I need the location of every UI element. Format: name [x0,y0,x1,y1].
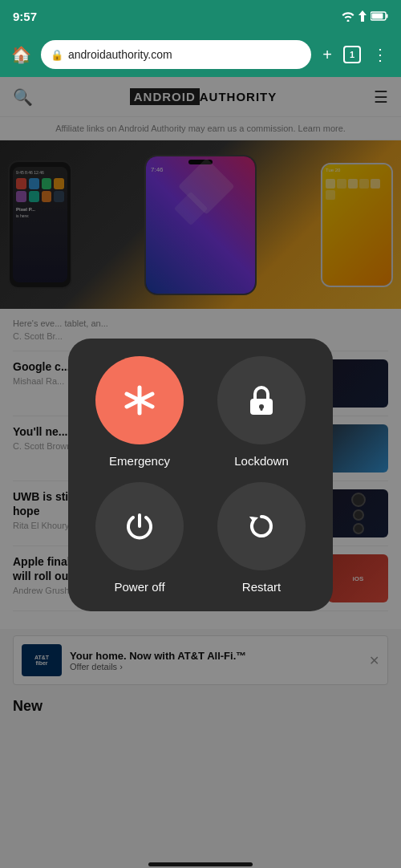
power-menu: Emergency Lockdown [68,339,333,611]
status-bar: 9:57 [0,0,401,32]
browser-bar: 🏠 🔒 androidauthority.com + 1 ⋮ [0,32,401,77]
power-item-poweroff[interactable]: Power off [86,482,193,594]
poweroff-button[interactable] [95,482,184,570]
restart-label: Restart [242,580,281,594]
arrow-up-icon [358,10,367,22]
security-icon: 🔒 [51,49,63,61]
svg-rect-1 [372,14,383,19]
lock-icon [245,383,277,418]
asterisk-icon [122,383,157,418]
power-icon [123,509,156,544]
power-item-emergency[interactable]: Emergency [86,356,193,468]
site-content: 🔍 ANDROID AUTHORITY ☰ Affiliate links on… [0,77,401,868]
svg-rect-2 [387,14,388,18]
restart-icon [245,509,278,544]
power-item-lockdown[interactable]: Lockdown [208,356,315,468]
more-options-button[interactable]: ⋮ [367,42,393,67]
wifi-icon [342,11,354,22]
restart-button[interactable] [217,482,306,570]
tab-count[interactable]: 1 [343,46,361,63]
lockdown-label: Lockdown [234,454,289,468]
status-time: 9:57 [13,10,37,23]
lockdown-button[interactable] [217,356,306,444]
power-item-restart[interactable]: Restart [208,482,315,594]
emergency-button[interactable] [95,356,184,444]
url-text: androidauthority.com [68,48,302,61]
svg-rect-8 [261,407,263,411]
url-bar[interactable]: 🔒 androidauthority.com [41,40,311,69]
emergency-label: Emergency [109,454,170,468]
svg-marker-9 [249,517,258,522]
poweroff-label: Power off [114,580,164,594]
battery-icon [371,11,388,21]
status-icons [342,10,388,22]
power-menu-overlay[interactable]: Emergency Lockdown [0,77,401,868]
new-tab-button[interactable]: + [318,43,337,67]
home-button[interactable]: 🏠 [8,42,34,67]
